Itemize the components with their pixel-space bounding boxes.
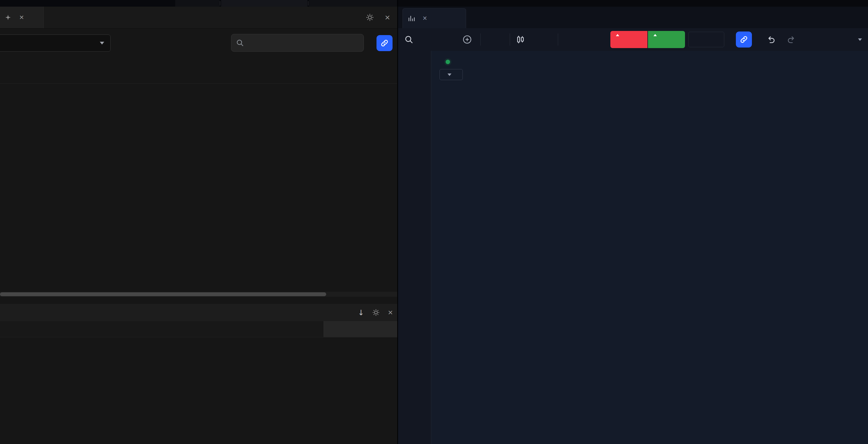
spark-icon bbox=[4, 14, 11, 21]
trade-quantity-input[interactable] bbox=[688, 32, 724, 47]
chart-panel: × bbox=[398, 7, 868, 444]
drawing-toolbar bbox=[398, 51, 431, 444]
tab-news[interactable] bbox=[472, 7, 487, 28]
chart-legend bbox=[439, 56, 489, 68]
top-strip-segment bbox=[309, 0, 397, 7]
chevron-down-icon bbox=[100, 42, 104, 44]
watchlist-tabbar: × × bbox=[0, 7, 397, 28]
positions-panel: ↓ × bbox=[0, 304, 397, 444]
download-icon[interactable]: ↓ bbox=[358, 308, 364, 317]
chevron-up-icon bbox=[616, 34, 619, 36]
add-to-watchlist-search[interactable] bbox=[231, 34, 364, 52]
top-window-strip bbox=[0, 0, 868, 7]
link-charts-button[interactable] bbox=[376, 35, 393, 51]
link-icon bbox=[380, 39, 389, 47]
close-panel-icon[interactable]: × bbox=[385, 13, 390, 22]
watchlist-panel: × × bbox=[0, 7, 397, 444]
chart-toolbar bbox=[398, 28, 868, 51]
watchlist-table-header bbox=[0, 65, 397, 84]
search-icon bbox=[236, 39, 244, 47]
close-icon[interactable]: × bbox=[423, 14, 427, 23]
col-close-position-block bbox=[323, 321, 397, 337]
save-dropdown-icon[interactable] bbox=[858, 38, 862, 41]
close-panel-icon[interactable]: × bbox=[388, 308, 393, 317]
buy-button[interactable] bbox=[648, 31, 685, 48]
scrollbar-thumb[interactable] bbox=[0, 292, 326, 296]
chevron-up-icon bbox=[653, 34, 657, 36]
top-strip-separator bbox=[308, 1, 309, 5]
chart-tabbar: × bbox=[398, 7, 868, 28]
price-chart-canvas[interactable] bbox=[431, 51, 868, 444]
indicators-collapse-badge[interactable] bbox=[439, 69, 463, 80]
top-strip-segment bbox=[221, 0, 307, 7]
watchlist-tab-aud[interactable]: × bbox=[0, 7, 44, 28]
gear-icon[interactable] bbox=[366, 13, 374, 22]
positions-tabbar: ↓ × bbox=[0, 304, 397, 321]
chart-tab-audusd[interactable]: × bbox=[402, 8, 466, 28]
market-status-dot bbox=[445, 60, 450, 64]
chart-pane[interactable] bbox=[431, 51, 868, 444]
watchlist-toolbar bbox=[0, 28, 397, 64]
redo-icon[interactable] bbox=[787, 35, 797, 45]
toolbar-separator bbox=[510, 33, 510, 45]
search-input[interactable] bbox=[247, 38, 359, 47]
create-new-button[interactable] bbox=[130, 35, 134, 52]
positions-table-header bbox=[0, 321, 397, 337]
link-charts-button[interactable] bbox=[736, 31, 752, 47]
toolbar-separator bbox=[480, 33, 481, 45]
watchlist-symbol-dropdown[interactable] bbox=[0, 35, 111, 52]
bar-chart-icon bbox=[408, 15, 415, 22]
chevron-down-icon bbox=[447, 73, 452, 76]
close-icon[interactable]: × bbox=[19, 13, 24, 21]
symbol-search-icon[interactable] bbox=[404, 35, 413, 45]
gear-icon[interactable] bbox=[372, 308, 380, 317]
top-strip-separator bbox=[220, 1, 220, 5]
chart-style-icon[interactable] bbox=[515, 35, 525, 45]
top-strip-segment bbox=[175, 0, 219, 7]
link-icon bbox=[740, 35, 748, 44]
horizontal-scrollbar[interactable] bbox=[0, 292, 397, 297]
undo-icon[interactable] bbox=[766, 35, 775, 45]
compare-add-icon[interactable] bbox=[462, 35, 472, 45]
sell-button[interactable] bbox=[610, 31, 647, 48]
